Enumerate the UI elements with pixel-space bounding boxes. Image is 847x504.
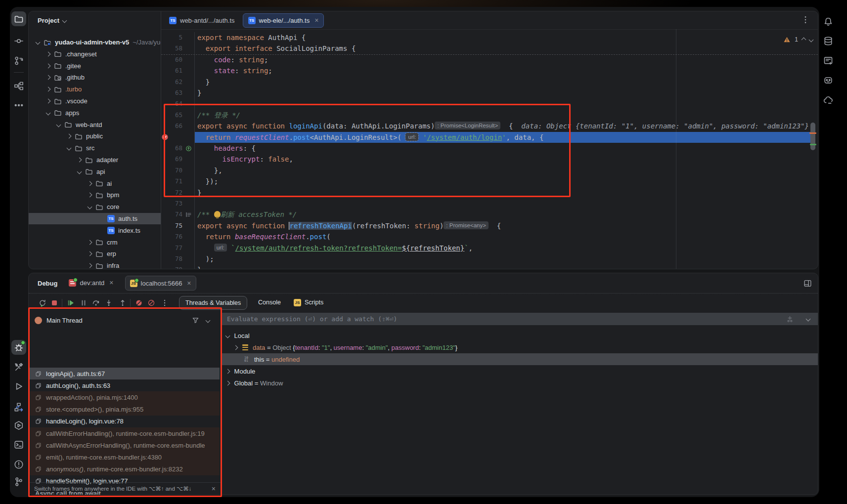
debug-view-tab-console[interactable]: Console xyxy=(252,296,287,309)
code-line-60[interactable]: 60 code: string; xyxy=(161,54,811,65)
chevron-down-icon[interactable] xyxy=(77,169,82,174)
chevron-right-icon[interactable] xyxy=(88,193,92,198)
tool-strip-terminal[interactable] xyxy=(11,437,26,452)
tree-item-api[interactable]: api xyxy=(29,166,161,177)
chevron-right-icon[interactable] xyxy=(67,134,72,139)
tree-item-web-antd[interactable]: web-antd xyxy=(29,119,161,130)
code-line-77[interactable]: 77 url: `/system/auth/refresh-token?refr… xyxy=(161,243,811,253)
editor-gutter[interactable]: 79 xyxy=(161,264,195,269)
chevron-down-icon[interactable] xyxy=(67,146,72,151)
gutter-list-icon[interactable] xyxy=(182,211,194,218)
debug-stop-button[interactable] xyxy=(50,299,58,307)
chevron-down-icon[interactable] xyxy=(46,110,51,115)
code-line-78[interactable]: 78 ); xyxy=(161,253,811,264)
tool-strip-debug[interactable] xyxy=(11,340,26,355)
chevron-down-icon[interactable] xyxy=(56,122,61,127)
chevron-right-icon[interactable] xyxy=(88,181,92,186)
tree-item-.github[interactable]: .github xyxy=(29,72,161,83)
variable-row-Global[interactable]: Global = Window xyxy=(221,377,818,389)
chevron-right-icon[interactable] xyxy=(46,63,51,68)
chevron-right-icon[interactable] xyxy=(225,369,230,374)
tree-item-infra[interactable]: infra xyxy=(29,260,161,269)
editor-tab-inactive[interactable]: TSweb-antd/.../auth.ts xyxy=(164,14,240,27)
editor-gutter[interactable]: 75 xyxy=(161,220,195,231)
editor-gutter[interactable]: 62 xyxy=(161,77,195,87)
tree-item-apps[interactable]: apps xyxy=(29,107,161,119)
code-line-76[interactable]: 76 return baseRequestClient.post( xyxy=(161,231,811,242)
editor-gutter[interactable]: 73 xyxy=(161,198,195,209)
tool-strip-services[interactable] xyxy=(11,400,26,415)
chevron-right-icon[interactable] xyxy=(233,345,238,350)
tool-strip-version-control[interactable] xyxy=(11,474,26,489)
debug-session-tab-devantd[interactable]: dev:antd× xyxy=(64,276,118,290)
tree-item-.turbo[interactable]: .turbo xyxy=(29,84,161,95)
tree-item-index.ts[interactable]: TSindex.ts xyxy=(29,225,161,236)
chevron-right-icon[interactable] xyxy=(77,158,82,163)
code-line-5[interactable]: 5export namespace AuthApi { xyxy=(161,32,811,43)
editor-gutter[interactable]: 74 xyxy=(161,209,195,220)
chevron-down-icon[interactable] xyxy=(806,317,811,322)
variable-row-data[interactable]: data = Object {tenantId: "1", username: … xyxy=(221,341,818,353)
code-line-58[interactable]: 58 export interface SocialLoginParams { xyxy=(161,43,811,54)
tree-item-.changeset[interactable]: .changeset xyxy=(29,48,161,60)
tool-strip-run[interactable] xyxy=(11,379,26,394)
tree-item-core[interactable]: core xyxy=(29,201,161,212)
editor-gutter[interactable]: 5 xyxy=(161,32,195,43)
tool-strip-cloud-tools[interactable] xyxy=(821,92,836,107)
chevron-down-icon[interactable] xyxy=(225,333,230,338)
tool-strip-database[interactable] xyxy=(821,34,836,48)
editor-scrollbar[interactable] xyxy=(810,123,815,150)
debug-resume-program-button[interactable] xyxy=(67,299,75,307)
tree-item-auth.ts[interactable]: TSauth.ts xyxy=(29,213,161,224)
editor-more-icon[interactable] xyxy=(801,15,810,24)
editor-gutter[interactable]: 76 xyxy=(161,231,195,242)
code-line-74[interactable]: 74/** 刷新 accessToken */ xyxy=(161,209,811,220)
close-icon[interactable]: × xyxy=(109,279,113,286)
variable-row-Local[interactable]: Local xyxy=(221,330,818,341)
tree-item-adapter[interactable]: adapter xyxy=(29,154,161,166)
tool-strip-commit[interactable] xyxy=(11,34,26,48)
debug-step-out-button[interactable] xyxy=(119,299,127,307)
tree-item-public[interactable]: public xyxy=(29,130,161,142)
chevron-down-icon[interactable] xyxy=(36,40,41,45)
tree-item-ai[interactable]: ai xyxy=(29,178,161,189)
tool-strip-project[interactable] xyxy=(11,11,26,26)
chevron-right-icon[interactable] xyxy=(46,99,51,104)
debug-more-actions-button[interactable] xyxy=(161,299,169,307)
editor-gutter[interactable]: 60 xyxy=(161,54,195,65)
tool-strip-build[interactable] xyxy=(11,360,26,375)
debug-view-tab-scripts[interactable]: JSScripts xyxy=(288,296,329,309)
debug-rerun-debugger-button[interactable] xyxy=(39,299,46,307)
layout-settings-icon[interactable] xyxy=(803,279,812,288)
code-line-75[interactable]: 75export async function refreshTokenApi(… xyxy=(161,220,811,231)
code-line-63[interactable]: 63} xyxy=(161,87,811,98)
code-line-79[interactable]: 79} xyxy=(161,264,811,269)
tool-strip-ai-assistant[interactable] xyxy=(821,73,836,87)
chevron-right-icon[interactable] xyxy=(88,263,92,268)
tool-strip-pull-requests[interactable] xyxy=(11,53,26,68)
editor-tab-active[interactable]: TSweb-ele/.../auth.ts× xyxy=(243,13,324,28)
editor-gutter[interactable]: 61 xyxy=(161,65,195,76)
close-icon[interactable]: × xyxy=(314,17,318,24)
chevron-right-icon[interactable] xyxy=(88,252,92,256)
error-stripe-ok[interactable] xyxy=(810,144,816,145)
tree-item-.gitee[interactable]: .gitee xyxy=(29,60,161,72)
debug-mute-breakpoints-button[interactable] xyxy=(135,299,143,307)
editor-gutter[interactable]: 63 xyxy=(161,87,195,98)
tool-strip-structure[interactable] xyxy=(11,79,26,93)
tree-item-bpm[interactable]: bpm xyxy=(29,189,161,201)
chevron-right-icon[interactable] xyxy=(46,51,51,56)
editor-gutter[interactable]: 77 xyxy=(161,243,195,253)
chevron-right-icon[interactable] xyxy=(46,75,51,80)
close-icon[interactable]: × xyxy=(187,280,191,287)
error-stripe-warning[interactable] xyxy=(809,132,816,134)
chevron-down-icon[interactable] xyxy=(88,205,92,210)
intention-bulb-icon[interactable] xyxy=(214,211,221,217)
tree-item-src[interactable]: src xyxy=(29,142,161,154)
variable-row-this[interactable]: 1001this = undefined xyxy=(221,353,818,365)
chevron-right-icon[interactable] xyxy=(225,380,230,385)
debug-pause-program-button[interactable] xyxy=(80,299,88,307)
code-line-73[interactable]: 73 xyxy=(161,198,811,209)
debug-session-tab-localhost5666[interactable]: JSlocalhost:5666× xyxy=(125,276,196,291)
tree-item-crm[interactable]: crm xyxy=(29,237,161,248)
